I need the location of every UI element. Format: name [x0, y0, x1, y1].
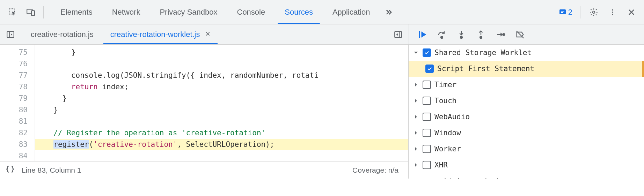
tab-network[interactable]: Network [102, 0, 150, 24]
close-icon[interactable] [623, 4, 640, 21]
breakpoint-script-first-statement[interactable]: Script First Statement [409, 61, 644, 77]
tab-elements[interactable]: Elements [51, 0, 102, 24]
line-number[interactable]: 76 [0, 58, 35, 70]
code-editor[interactable]: 75767778798081828384 } console.log(JSON.… [0, 45, 408, 161]
step-icon[interactable] [491, 25, 510, 44]
breakpoint-group-touch[interactable]: Touch [409, 93, 644, 109]
more-tabs-icon[interactable] [380, 4, 397, 21]
code-line[interactable]: } [35, 47, 408, 58]
caret-down-icon [413, 50, 419, 56]
code-line[interactable]: console.log(JSON.stringify({ index, rand… [35, 70, 408, 81]
toolbar-right: 2 [556, 4, 640, 21]
code-line[interactable] [35, 58, 408, 70]
caret-right-icon [413, 130, 419, 136]
show-navigator-icon[interactable] [3, 27, 18, 42]
file-tab-label: creative-rotation-worklet.js [110, 30, 200, 39]
svg-point-11 [460, 36, 462, 38]
step-out-icon[interactable] [472, 25, 490, 44]
breakpoint-group-shared-storage-worklet[interactable]: Shared Storage Worklet [409, 45, 644, 61]
kebab-menu-icon[interactable] [604, 4, 621, 21]
breakpoint-group-xhr[interactable]: XHR [409, 157, 644, 173]
breakpoint-group-webaudio[interactable]: WebAudio [409, 109, 644, 125]
checkbox[interactable] [423, 113, 431, 121]
file-tab-creative-rotation-worklet[interactable]: creative-rotation-worklet.js [102, 24, 219, 44]
tab-sources[interactable]: Sources [275, 0, 323, 24]
group-label: Touch [434, 97, 456, 105]
deactivate-breakpoints-icon[interactable] [511, 25, 529, 44]
caret-right-icon [413, 82, 419, 88]
tab-console[interactable]: Console [227, 0, 275, 24]
resume-icon[interactable] [413, 25, 431, 44]
code-line[interactable] [35, 150, 408, 161]
caret-right-icon [413, 178, 419, 179]
breakpoint-group-window[interactable]: Window [409, 125, 644, 141]
section-csp-violation-breakpoints[interactable]: CSP Violation Breakpoints [409, 173, 644, 179]
checkbox[interactable] [425, 65, 434, 73]
editor-tabs-row: creative-rotation.js creative-rotation-w… [0, 24, 409, 44]
svg-rect-9 [395, 31, 402, 37]
close-tab-icon[interactable] [205, 30, 211, 38]
step-into-icon[interactable] [452, 25, 470, 44]
group-label: Shared Storage Worklet [434, 48, 532, 57]
code-line[interactable]: register('creative-rotation', SelectURLO… [35, 139, 408, 150]
line-number[interactable]: 82 [0, 127, 35, 139]
debugger-sidebar: Shared Storage Worklet Script First Stat… [409, 45, 644, 179]
divider [43, 6, 44, 18]
checkbox[interactable] [423, 48, 431, 57]
svg-rect-8 [7, 31, 14, 37]
line-gutter: 75767778798081828384 [0, 45, 35, 161]
show-debugger-icon[interactable] [390, 27, 406, 42]
pretty-print-icon[interactable] [6, 165, 15, 175]
line-number[interactable]: 79 [0, 93, 35, 104]
sources-sub-toolbar: creative-rotation.js creative-rotation-w… [0, 24, 644, 45]
line-number[interactable]: 75 [0, 47, 35, 58]
line-number[interactable]: 80 [0, 104, 35, 116]
inspect-element-icon[interactable] [4, 4, 21, 21]
cursor-position: Line 83, Column 1 [22, 166, 81, 174]
line-number[interactable]: 84 [0, 150, 35, 161]
svg-point-13 [503, 33, 505, 36]
breakpoint-label: Script First Statement [437, 65, 534, 73]
line-number[interactable]: 77 [0, 70, 35, 81]
settings-icon[interactable] [585, 4, 602, 21]
caret-right-icon [413, 146, 419, 152]
line-number[interactable]: 78 [0, 81, 35, 93]
coverage-status: Coverage: n/a [352, 166, 398, 174]
editor-pane: 75767778798081828384 } console.log(JSON.… [0, 45, 409, 179]
group-label: Window [434, 129, 461, 137]
code-line[interactable]: } [35, 104, 408, 116]
checkbox[interactable] [423, 129, 431, 137]
checkbox[interactable] [423, 97, 431, 105]
code-line[interactable]: // Register the operation as 'creative-r… [35, 127, 408, 139]
step-over-icon[interactable] [433, 25, 451, 44]
breakpoint-group-worker[interactable]: Worker [409, 141, 644, 157]
checkbox[interactable] [423, 145, 431, 153]
svg-point-4 [593, 11, 595, 13]
section-label: CSP Violation Breakpoints [423, 177, 508, 179]
line-number[interactable]: 81 [0, 116, 35, 127]
device-toolbar-icon[interactable] [22, 4, 39, 21]
code-body[interactable]: } console.log(JSON.stringify({ index, ra… [35, 45, 408, 161]
checkbox[interactable] [423, 161, 431, 169]
group-label: Worker [434, 145, 461, 153]
checkbox[interactable] [423, 81, 431, 89]
main-content: 75767778798081828384 } console.log(JSON.… [0, 45, 644, 179]
messages-badge[interactable]: 2 [556, 8, 575, 17]
divider [580, 6, 580, 18]
line-number[interactable]: 83 [0, 139, 35, 150]
svg-rect-2 [31, 10, 35, 15]
code-line[interactable]: } [35, 93, 408, 104]
file-tab-creative-rotation[interactable]: creative-rotation.js [22, 24, 102, 44]
tab-application[interactable]: Application [323, 0, 380, 24]
svg-rect-3 [559, 9, 566, 14]
code-line[interactable]: return index; [35, 81, 408, 93]
tab-privacy-sandbox[interactable]: Privacy Sandbox [150, 0, 227, 24]
messages-count: 2 [568, 8, 572, 17]
code-line[interactable] [35, 116, 408, 127]
svg-point-10 [441, 36, 443, 38]
file-tabs: creative-rotation.js creative-rotation-w… [22, 24, 219, 44]
breakpoint-group-timer[interactable]: Timer [409, 77, 644, 93]
devtools-toolbar: Elements Network Privacy Sandbox Console… [0, 0, 644, 24]
debugger-controls [409, 24, 644, 44]
svg-point-5 [612, 9, 613, 10]
